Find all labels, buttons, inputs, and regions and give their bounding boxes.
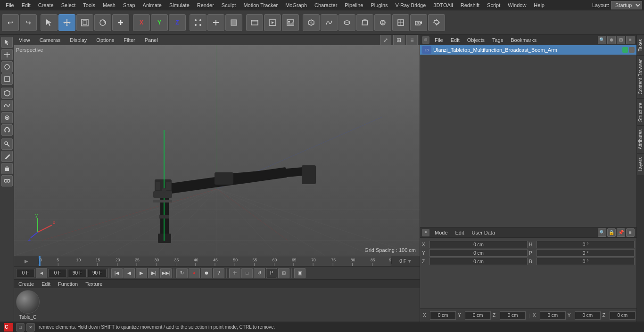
rotate-tool-button[interactable] [94,14,111,31]
sidebar-spline-btn[interactable] [1,100,13,111]
menu-character[interactable]: Character [311,1,341,9]
object-button[interactable] [374,14,391,31]
menu-tools[interactable]: Tools [79,1,99,9]
z2-bar-input[interactable] [610,311,636,320]
undo-button[interactable]: ↩ [2,14,19,31]
menu-file[interactable]: File [2,1,18,9]
move-tool-button[interactable] [58,14,75,31]
light-button[interactable] [428,14,445,31]
attr-menu-edit[interactable]: Edit [453,229,467,236]
vp-menu-filter[interactable]: Filter [121,36,138,44]
y-bar-input[interactable] [465,311,491,320]
attr-menu-mode[interactable]: Mode [432,229,450,236]
tab-attributes[interactable]: Attributes [637,125,644,153]
object-render-dot[interactable] [629,47,635,53]
sidebar-polygon-btn[interactable] [1,88,13,99]
move-mode-btn[interactable]: ✛ [229,268,240,278]
polygons-mode-button[interactable] [225,14,242,31]
attr-settings-btn[interactable]: ≡ [626,228,635,237]
vp-menu-options[interactable]: Options [93,36,117,44]
transform-tool-button[interactable]: ✚ [112,14,129,31]
sidebar-paint-btn[interactable] [1,138,13,150]
obj-search-btn[interactable]: 🔍 [598,36,606,44]
layout-select[interactable]: Startup [611,1,642,9]
deformer-button[interactable] [356,14,373,31]
redo-button[interactable]: ↪ [20,14,37,31]
menu-animate[interactable]: Animate [139,1,165,9]
menu-render[interactable]: Render [193,1,218,9]
record-btn[interactable]: ● [189,268,200,278]
start-frame-input[interactable] [16,269,35,277]
vp-maximize-btn[interactable]: ⤢ [380,35,391,46]
frame-step-down-btn[interactable]: ◀| [36,268,47,278]
object-visibility-dot[interactable] [622,47,628,53]
status-icon-close[interactable]: ✕ [26,323,35,332]
sidebar-select-btn[interactable] [1,37,13,48]
menu-sculpt[interactable]: Sculpt [218,1,240,9]
p-input[interactable] [537,249,635,257]
max-frame-input[interactable] [88,269,107,277]
menu-snap[interactable]: Snap [119,1,139,9]
sidebar-scale-btn[interactable] [1,73,13,85]
spline-button[interactable] [321,14,338,31]
menu-pipeline[interactable]: Pipeline [341,1,367,9]
rotate-mode-btn2[interactable]: ↺ [254,268,265,278]
x2-bar-input[interactable] [540,311,566,320]
scale-tool-button[interactable] [76,14,93,31]
render-view-button[interactable] [246,14,263,31]
vp-menu-view[interactable]: View [16,36,33,44]
timeline-ruler[interactable]: 0 5 10 15 20 25 30 35 40 [39,256,391,267]
status-icon-expand[interactable]: □ [16,323,25,332]
menu-simulate[interactable]: Simulate [165,1,193,9]
menu-mograph[interactable]: MoGraph [281,1,311,9]
select-tool-button[interactable] [41,14,58,31]
vp-menu-panel[interactable]: Panel [142,36,161,44]
timeline-down-arrow[interactable]: ▼ [407,259,412,264]
obj-menu-tags[interactable]: Tags [490,36,505,44]
obj-menu-edit[interactable]: Edit [448,36,462,44]
sidebar-extrude-btn[interactable] [1,163,13,174]
object-item-boom-arm[interactable]: L0 Ulanzi_Tabletop_Multifunction_Broadca… [420,45,636,55]
mat-menu-create[interactable]: Create [16,280,36,288]
render-region-btn[interactable]: ▣ [294,268,305,278]
cube-primitive-button[interactable] [303,14,320,31]
menu-script[interactable]: Script [483,1,504,9]
menu-help[interactable]: Help [530,1,548,9]
obj-filter-btn[interactable]: ⊞ [617,36,625,44]
obj-menu-bookmarks[interactable]: Bookmarks [508,36,539,44]
scene-button[interactable] [392,14,409,31]
go-to-end-btn[interactable]: ▶▶| [160,268,172,278]
render-picture-viewer-button[interactable] [282,14,299,31]
tab-layers[interactable]: Layers [637,153,644,175]
next-frame-btn[interactable]: ▶| [148,268,159,278]
z-bar-input[interactable] [500,311,526,320]
end-frame-input[interactable] [68,269,87,277]
attr-menu-userdata[interactable]: User Data [470,229,498,236]
menu-window[interactable]: Window [504,1,530,9]
axis-y-button[interactable]: Y [151,14,168,31]
axis-z-button[interactable]: Z [169,14,186,31]
y2-bar-input[interactable] [575,311,601,320]
obj-settings-btn[interactable]: ≡ [626,36,635,44]
sidebar-weld-btn[interactable] [1,175,13,186]
menu-mesh[interactable]: Mesh [99,1,119,9]
sidebar-rotate-btn[interactable] [1,61,13,73]
obj-menu-file[interactable]: File [432,36,446,44]
y-pos-input[interactable] [429,249,528,257]
z-pos-input[interactable] [429,258,528,265]
menu-select[interactable]: Select [58,1,80,9]
prev-frame-btn[interactable]: ◀ [124,268,135,278]
tab-takes[interactable]: Takes [637,35,644,55]
3d-viewport[interactable]: View Cameras Display Options Filter Pane… [14,35,420,256]
x-bar-input[interactable] [430,311,456,320]
vp-menu-display[interactable]: Display [67,36,90,44]
grid-btn[interactable]: ⊞ [278,268,289,278]
axis-x-button[interactable]: X [133,14,150,31]
nurbs-button[interactable] [339,14,355,31]
b-input[interactable] [537,258,635,265]
vp-menu-cameras[interactable]: Cameras [37,36,64,44]
menu-create[interactable]: Create [34,1,58,9]
h-input[interactable] [537,241,635,248]
scale-mode-btn[interactable]: □ [241,268,253,278]
current-frame-input[interactable] [48,269,67,277]
